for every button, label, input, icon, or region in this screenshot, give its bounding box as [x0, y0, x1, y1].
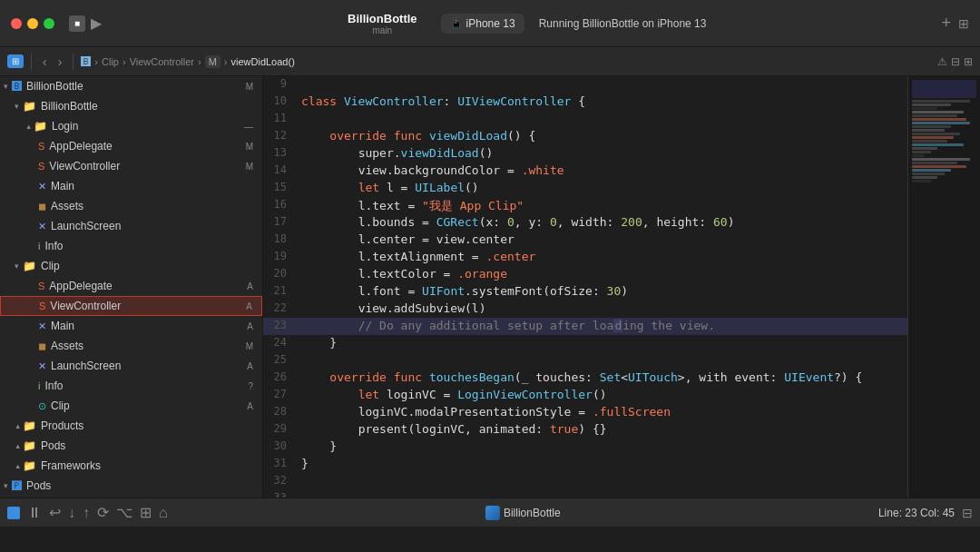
- bottom-bar: ⏸ ↩ ↓ ↑ ⟳ ⌥ ⊞ ⌂ BillionBottle Line: 23 C…: [0, 498, 980, 527]
- bc-sep-4: ›: [224, 56, 228, 67]
- code-line-12: 12 override func viewDidLoad() {: [263, 128, 907, 145]
- sidebar-item-label: BillionBottle: [41, 100, 259, 113]
- mini-line: [912, 158, 970, 161]
- step-in-button[interactable]: ↓: [68, 505, 75, 521]
- mini-line: [912, 147, 937, 150]
- mini-line: [912, 136, 954, 139]
- sidebar-item-pods-root[interactable]: ▾ 🅿 Pods: [0, 476, 262, 496]
- swift-icon: S: [38, 161, 44, 172]
- play-button[interactable]: ▶: [91, 15, 102, 32]
- sidebar-item-clip-viewcontroller[interactable]: S ViewController A: [0, 296, 262, 316]
- plist-icon: i: [38, 241, 40, 251]
- step-over-button[interactable]: ↩: [49, 504, 61, 521]
- bc-method[interactable]: viewDidLoad(): [230, 56, 294, 67]
- pods-root-icon: 🅿: [12, 480, 22, 491]
- sidebar-item-login[interactable]: ▸ 📁 Login —: [0, 116, 262, 136]
- folder-arrow: ▸: [13, 444, 22, 448]
- warning-icon[interactable]: ⚠: [937, 55, 947, 68]
- sidebar-item-clip-appdelegate[interactable]: S AppDelegate A: [0, 276, 262, 296]
- sidebar-item-label: Assets: [51, 340, 244, 352]
- debug-view-button[interactable]: ⊞: [140, 504, 152, 521]
- sidebar-item-label: Main: [51, 320, 245, 332]
- mini-line: [912, 111, 964, 113]
- sidebar-item-billionbottle-root[interactable]: ▾ 🅱 BillionBottle M: [0, 76, 262, 96]
- folder-icon: 📁: [23, 260, 36, 272]
- code-line-11: 11: [263, 111, 907, 128]
- scheme-icon: [7, 507, 20, 519]
- mini-line: [912, 165, 966, 168]
- sidebar-item-label: Products: [41, 419, 259, 432]
- folder-arrow: ▾: [4, 82, 8, 91]
- forward-nav-button[interactable]: ›: [54, 53, 66, 71]
- sidebar-item-launchscreen[interactable]: ✕ LaunchScreen: [0, 216, 262, 236]
- bc-m[interactable]: M: [205, 55, 220, 68]
- code-line-26: 26 override func touchesBegan(_ touches:…: [263, 370, 907, 387]
- simulate-button[interactable]: ⌥: [116, 504, 132, 521]
- close-button[interactable]: [11, 18, 22, 29]
- sidebar-badge: M: [246, 341, 259, 351]
- back-nav-button[interactable]: ‹: [39, 53, 51, 71]
- continue-button[interactable]: ⟳: [97, 504, 109, 521]
- mini-line: [912, 114, 957, 117]
- title-bar-center: BillionBottle main 📱 iPhone 13 Running B…: [120, 12, 934, 35]
- device-selector[interactable]: 📱 iPhone 13: [441, 14, 524, 34]
- pause-button[interactable]: ⏸: [27, 505, 42, 521]
- mini-line: [912, 107, 937, 110]
- xib-icon: ✕: [38, 221, 46, 232]
- folder-arrow: ▸: [13, 464, 22, 468]
- mini-line: [912, 180, 931, 182]
- maximize-button[interactable]: [44, 18, 54, 29]
- folder-icon: 📁: [23, 419, 36, 432]
- mini-line: [912, 104, 951, 106]
- hide-panel-button[interactable]: ⊟: [962, 506, 973, 520]
- sidebar-badge: A: [246, 301, 258, 311]
- sidebar-item-main-xib[interactable]: ✕ Main: [0, 176, 262, 196]
- bc-viewcontroller[interactable]: ViewController: [130, 56, 194, 67]
- sidebar-badge: —: [244, 122, 259, 132]
- sidebar-item-label: Frameworks: [41, 459, 259, 472]
- main-layout: ▾ 🅱 BillionBottle M ▾ 📁 BillionBottle ▸ …: [0, 76, 980, 498]
- sidebar-item-clip-info[interactable]: i Info ?: [0, 376, 262, 396]
- sidebar-item-label: Info: [44, 380, 246, 392]
- code-editor[interactable]: 9 10 class ViewController: UIViewControl…: [263, 76, 907, 498]
- sidebar-item-assets[interactable]: ◼ Assets: [0, 196, 262, 216]
- title-bar: ■ ▶ BillionBottle main 📱 iPhone 13 Runni…: [0, 0, 980, 47]
- memory-button[interactable]: ⌂: [159, 505, 168, 521]
- sidebar-item-label: BillionBottle: [26, 80, 244, 93]
- sidebar-item-clip-clip[interactable]: ⊙ Clip A: [0, 396, 262, 416]
- sidebar-item-clip-assets[interactable]: ◼ Assets M: [0, 336, 262, 356]
- sidebar-item-clip-main[interactable]: ✕ Main A: [0, 316, 262, 336]
- fullscreen-button[interactable]: ⊞: [958, 16, 969, 31]
- step-out-button[interactable]: ↑: [83, 505, 90, 521]
- sidebar-item-label: Clip: [51, 399, 245, 412]
- folder-icon: 📁: [23, 100, 36, 113]
- sidebar-item-frameworks[interactable]: ▸ 📁 Frameworks: [0, 456, 262, 476]
- sidebar-item-clip-group[interactable]: ▾ 📁 Clip: [0, 256, 262, 276]
- sidebar-item-pods-group[interactable]: ▸ 📁 Pods: [0, 436, 262, 456]
- scheme-selector[interactable]: ⊞: [7, 54, 24, 68]
- minimap-content: [908, 76, 980, 187]
- mini-line: [912, 154, 925, 157]
- sidebar-item-viewcontroller-main[interactable]: S ViewController M: [0, 156, 262, 176]
- sidebar-item-billionbottle-group[interactable]: ▾ 📁 BillionBottle: [0, 96, 262, 116]
- editor-options-button[interactable]: ⊟: [951, 55, 960, 68]
- add-button[interactable]: +: [941, 14, 951, 33]
- stop-button[interactable]: ■: [69, 15, 85, 32]
- code-line-24: 24 }: [263, 335, 907, 352]
- bottom-bar-left: ⏸ ↩ ↓ ↑ ⟳ ⌥ ⊞ ⌂: [7, 504, 168, 521]
- minimize-button[interactable]: [27, 18, 38, 29]
- code-line-25: 25: [263, 352, 907, 370]
- split-editor-button[interactable]: ⊞: [964, 55, 973, 68]
- sidebar-item-appdelegate[interactable]: S AppDelegate M: [0, 136, 262, 156]
- sidebar-item-info-main[interactable]: i Info: [0, 236, 262, 256]
- code-line-15: 15 let l = UILabel(): [263, 180, 907, 197]
- folder-arrow: ▾: [15, 102, 19, 111]
- sidebar-badge: M: [246, 82, 259, 92]
- sidebar-item-label: Main: [51, 180, 259, 192]
- bc-sep-3: ›: [198, 56, 201, 67]
- sidebar-item-label: Login: [52, 120, 242, 133]
- bottom-bar-right: Line: 23 Col: 45 ⊟: [878, 506, 973, 520]
- sidebar-item-clip-launchscreen[interactable]: ✕ LaunchScreen A: [0, 356, 262, 376]
- bc-clip[interactable]: Clip: [102, 56, 119, 67]
- sidebar-item-products[interactable]: ▸ 📁 Products: [0, 416, 262, 436]
